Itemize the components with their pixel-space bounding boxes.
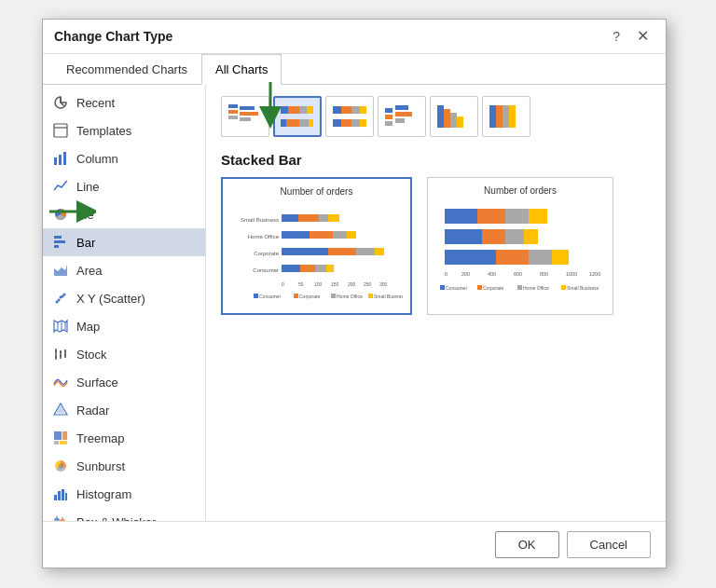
sidebar-item-bar[interactable]: Bar (43, 228, 205, 256)
svg-text:Consumer: Consumer (253, 267, 279, 273)
svg-rect-29 (54, 431, 62, 440)
chart-type-area: Stacked Bar Number of orders Small Busin… (206, 85, 666, 521)
sidebar-item-pie[interactable]: Pie (43, 200, 205, 228)
svg-rect-37 (65, 493, 67, 500)
sidebar-item-map[interactable]: Map (43, 312, 205, 340)
sidebar-item-radar[interactable]: Radar (43, 396, 205, 424)
svg-rect-71 (360, 106, 366, 114)
svg-text:1000: 1000 (566, 271, 577, 277)
sidebar-item-scatter[interactable]: X Y (Scatter) (43, 284, 205, 312)
thumb-stacked-3d[interactable] (430, 96, 478, 137)
area-icon (52, 262, 69, 279)
svg-rect-102 (298, 214, 319, 222)
change-chart-type-dialog: Change Chart Type ? ✕ Recommended Charts… (42, 19, 667, 568)
surface-icon (52, 374, 69, 390)
svg-rect-127 (505, 209, 529, 224)
svg-text:Consumer: Consumer (446, 285, 467, 291)
svg-rect-63 (307, 106, 313, 114)
sidebar-label-sunburst: Sunburst (76, 459, 125, 473)
svg-rect-105 (282, 231, 310, 239)
sidebar-item-treemap[interactable]: Treemap (43, 424, 205, 452)
tab-all-charts[interactable]: All Charts (201, 54, 282, 85)
svg-rect-87 (496, 105, 503, 128)
dialog-title: Change Chart Type (54, 29, 172, 44)
svg-rect-55 (228, 110, 238, 114)
boxwhisker-icon (52, 513, 69, 521)
thumb-clustered-bar[interactable] (221, 96, 269, 137)
sidebar-item-histogram[interactable]: Histogram (43, 480, 205, 508)
sidebar-label-stock: Stock (76, 348, 107, 362)
svg-rect-86 (489, 105, 496, 128)
svg-text:200: 200 (348, 281, 356, 287)
svg-rect-73 (341, 119, 351, 127)
svg-rect-4 (63, 152, 66, 165)
sidebar-label-treemap: Treemap (76, 431, 125, 445)
sidebar-item-boxwhisker[interactable]: Box & Whisker (43, 508, 205, 521)
svg-point-14 (62, 295, 64, 298)
thumb-stacked-bar[interactable] (273, 96, 322, 137)
sidebar-label-map: Map (76, 320, 100, 334)
thumb-100pct-bar[interactable] (325, 96, 374, 137)
thumb-100pct-3d[interactable] (482, 96, 530, 137)
svg-text:Corporate: Corporate (299, 294, 320, 299)
sidebar-item-recent[interactable]: Recent (43, 89, 205, 116)
sunburst-icon (52, 458, 69, 474)
sidebar-item-column[interactable]: Column (43, 144, 205, 172)
svg-rect-133 (445, 250, 496, 265)
svg-rect-7 (54, 240, 65, 243)
svg-rect-115 (315, 265, 326, 272)
svg-rect-78 (385, 121, 392, 126)
pie-icon (52, 206, 69, 223)
chart-type-sidebar: Recent Templates Column (43, 85, 206, 521)
svg-rect-121 (331, 294, 336, 298)
svg-rect-30 (62, 431, 67, 440)
sidebar-item-sunburst[interactable]: Sunburst (43, 452, 205, 480)
title-bar-controls: ? ✕ (607, 27, 654, 46)
svg-rect-134 (496, 250, 529, 265)
svg-rect-34 (54, 495, 57, 500)
tab-bar: Recommended Charts All Charts (43, 54, 666, 85)
svg-marker-9 (54, 265, 67, 276)
column-icon (52, 150, 69, 167)
sidebar-item-stock[interactable]: Stock (43, 340, 205, 368)
cancel-button[interactable]: Cancel (567, 531, 651, 558)
svg-rect-0 (54, 124, 67, 137)
chart-preview-1[interactable]: Number of orders Small Business Home Off… (221, 177, 412, 315)
svg-rect-31 (54, 441, 59, 444)
svg-rect-2 (54, 157, 57, 165)
svg-text:250: 250 (364, 281, 372, 287)
sidebar-item-line[interactable]: Line (43, 172, 205, 200)
svg-text:50: 50 (298, 281, 304, 287)
sidebar-label-area: Area (76, 264, 102, 278)
svg-rect-111 (356, 248, 375, 255)
sidebar-item-area[interactable]: Area (43, 256, 205, 284)
svg-rect-82 (437, 105, 444, 128)
ok-button[interactable]: OK (495, 531, 559, 558)
sidebar-label-surface: Surface (76, 376, 118, 390)
svg-rect-32 (60, 441, 67, 444)
thumb-clustered-3d[interactable] (378, 96, 426, 137)
svg-rect-81 (395, 118, 405, 123)
svg-rect-83 (444, 109, 450, 128)
sidebar-item-templates[interactable]: Templates (43, 116, 205, 144)
radar-icon (52, 402, 69, 418)
sidebar-item-surface[interactable]: Surface (43, 368, 205, 396)
tab-recommended[interactable]: Recommended Charts (52, 54, 201, 85)
svg-rect-62 (299, 106, 307, 114)
help-button[interactable]: ? (607, 27, 626, 46)
sidebar-label-bar: Bar (76, 236, 95, 250)
svg-rect-57 (240, 106, 255, 110)
svg-rect-77 (385, 115, 392, 119)
svg-rect-114 (300, 265, 315, 272)
svg-point-13 (58, 299, 61, 302)
line-icon (52, 178, 69, 195)
svg-text:400: 400 (488, 271, 496, 277)
svg-rect-85 (457, 116, 463, 128)
svg-rect-126 (477, 209, 505, 224)
svg-rect-76 (385, 108, 392, 113)
svg-text:Consumer: Consumer (259, 294, 281, 299)
chart-preview-2[interactable]: Number of orders (427, 177, 613, 315)
svg-rect-125 (445, 209, 477, 224)
close-button[interactable]: ✕ (631, 27, 654, 46)
svg-rect-56 (228, 116, 238, 119)
